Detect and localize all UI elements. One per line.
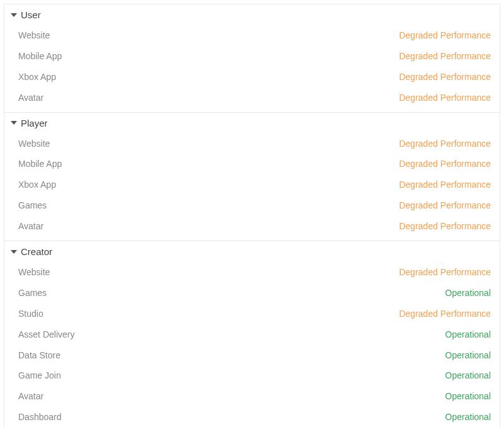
status-item: Xbox AppDegraded Performance	[4, 174, 500, 195]
item-status: Operational	[445, 411, 491, 423]
item-name: Dashboard	[18, 411, 62, 423]
status-item: WebsiteDegraded Performance	[4, 134, 500, 154]
item-status: Operational	[445, 370, 491, 382]
item-name: Avatar	[18, 220, 43, 232]
item-status: Degraded Performance	[399, 92, 491, 104]
item-name: Studio	[18, 308, 43, 320]
item-name: Asset Delivery	[18, 329, 74, 341]
group-title: User	[21, 9, 41, 20]
group-items: WebsiteDegraded PerformanceGamesOperatio…	[4, 261, 500, 427]
item-status: Degraded Performance	[399, 266, 491, 278]
status-item: Data StoreOperational	[4, 345, 500, 366]
group-items: WebsiteDegraded PerformanceMobile AppDeg…	[4, 132, 500, 241]
item-name: Mobile App	[18, 158, 62, 170]
status-item: AvatarOperational	[4, 386, 500, 407]
item-name: Mobile App	[18, 50, 62, 62]
item-status: Operational	[445, 287, 491, 299]
item-name: Website	[18, 138, 50, 150]
item-name: Xbox App	[18, 71, 56, 83]
chevron-down-icon	[11, 13, 17, 17]
item-status: Degraded Performance	[399, 50, 491, 62]
status-item: AvatarDegraded Performance	[4, 88, 500, 108]
item-name: Game Join	[18, 370, 61, 382]
status-item: StudioDegraded Performance	[4, 304, 500, 324]
group-header-user[interactable]: User	[4, 4, 500, 24]
status-item: Mobile AppDegraded Performance	[4, 46, 500, 67]
status-item: Asset DeliveryOperational	[4, 324, 500, 345]
status-item: Xbox AppDegraded Performance	[4, 67, 500, 88]
item-status: Degraded Performance	[399, 179, 491, 191]
item-name: Data Store	[18, 350, 60, 362]
item-status: Degraded Performance	[399, 308, 491, 320]
status-item: WebsiteDegraded Performance	[4, 25, 500, 46]
item-status: Degraded Performance	[399, 220, 491, 232]
status-group-user: UserWebsiteDegraded PerformanceMobile Ap…	[4, 4, 500, 112]
status-item: AvatarDegraded Performance	[4, 216, 500, 237]
item-name: Xbox App	[18, 179, 56, 191]
group-header-creator[interactable]: Creator	[4, 241, 500, 261]
chevron-down-icon	[11, 121, 17, 125]
item-status: Degraded Performance	[399, 71, 491, 83]
group-items: WebsiteDegraded PerformanceMobile AppDeg…	[4, 24, 500, 112]
status-panel: UserWebsiteDegraded PerformanceMobile Ap…	[4, 4, 500, 427]
item-status: Operational	[445, 390, 491, 402]
status-group-creator: CreatorWebsiteDegraded PerformanceGamesO…	[4, 241, 500, 427]
item-status: Degraded Performance	[399, 200, 491, 212]
item-status: Operational	[445, 350, 491, 362]
group-title: Creator	[21, 246, 52, 257]
item-name: Games	[18, 200, 47, 212]
status-item: GamesOperational	[4, 283, 500, 304]
item-name: Website	[18, 30, 50, 42]
item-status: Degraded Performance	[399, 158, 491, 170]
chevron-down-icon	[11, 250, 17, 254]
group-header-player[interactable]: Player	[4, 113, 500, 132]
status-item: GamesDegraded Performance	[4, 195, 500, 216]
item-status: Degraded Performance	[399, 138, 491, 150]
status-group-player: PlayerWebsiteDegraded PerformanceMobile …	[4, 112, 500, 241]
status-item: Mobile AppDegraded Performance	[4, 154, 500, 174]
item-status: Operational	[445, 329, 491, 341]
item-name: Games	[18, 287, 47, 299]
item-status: Degraded Performance	[399, 30, 491, 42]
item-name: Avatar	[18, 92, 43, 104]
group-title: Player	[21, 118, 48, 128]
status-item: DashboardOperational	[4, 407, 500, 427]
item-name: Avatar	[18, 390, 43, 402]
status-item: Game JoinOperational	[4, 365, 500, 386]
item-name: Website	[18, 266, 50, 278]
status-item: WebsiteDegraded Performance	[4, 262, 500, 283]
